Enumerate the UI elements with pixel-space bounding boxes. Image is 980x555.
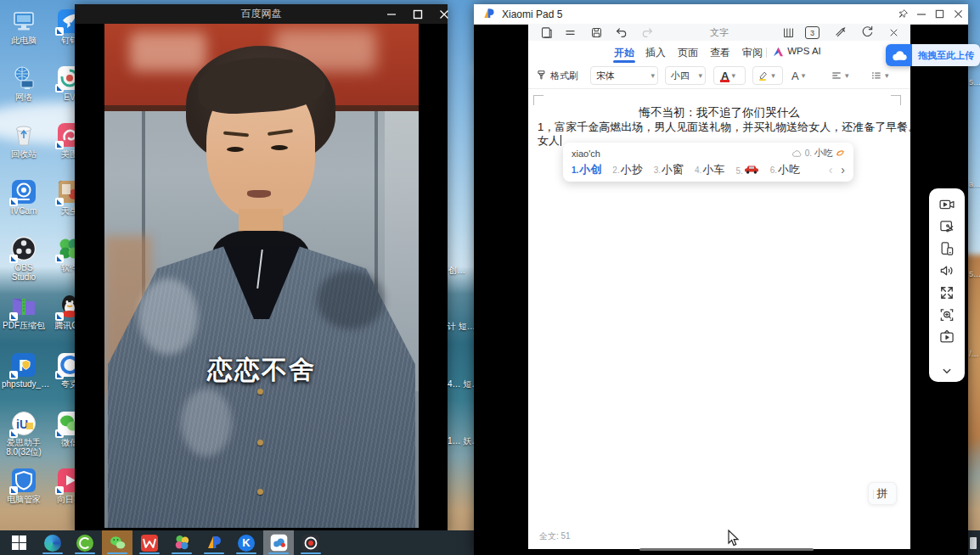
- tab-wps-ai[interactable]: WPS AI: [787, 46, 821, 56]
- phpstudy-icon: P: [11, 352, 37, 378]
- pin-button[interactable]: [894, 4, 911, 24]
- fullscreen-icon[interactable]: [937, 282, 957, 304]
- document-title[interactable]: 悔不当初：我不追了你们哭什么: [528, 105, 910, 121]
- taskbar-360-browser[interactable]: [70, 530, 100, 555]
- close-button[interactable]: [949, 4, 966, 24]
- taskbar-screen-cast-p[interactable]: [199, 530, 229, 555]
- tab-review[interactable]: 审阅: [742, 46, 763, 60]
- shortcut-arrow-icon: [55, 255, 64, 263]
- shortcut-arrow-icon: [55, 371, 64, 379]
- screen-record-icon[interactable]: [937, 193, 957, 216]
- ime-candidate-1[interactable]: 1.小创: [572, 162, 601, 177]
- sign-text-blur: [130, 32, 206, 71]
- taskbar-clipped-icon[interactable]: [970, 537, 977, 549]
- clipped-desktop-label: 5…: [969, 270, 980, 278]
- ime-candidate-popup: xiao'ch 0. 小吃 1.小创 2.小抄 3.小窗 4.小车 5. 6.小…: [563, 143, 853, 182]
- clipped-desktop-label: 计 短…: [448, 321, 476, 333]
- zoom-in-icon[interactable]: [937, 304, 957, 326]
- tab-insert[interactable]: 插入: [645, 46, 666, 60]
- shortcut-arrow-icon: [55, 27, 64, 36]
- taskbar-wps-office[interactable]: [134, 530, 165, 555]
- close-doc-icon[interactable]: [886, 25, 901, 40]
- tab-page[interactable]: 页面: [678, 46, 698, 60]
- drag-upload-widget[interactable]: 拖拽至此上传: [886, 44, 980, 66]
- word-count: 全文: 51: [539, 530, 571, 542]
- desktop-icon-pc-manager[interactable]: 电脑管家: [2, 468, 46, 504]
- taskbar-clover-app[interactable]: [166, 530, 197, 555]
- highlight-color-button[interactable]: ▾: [752, 66, 783, 85]
- taskbar-baidu-netdisk[interactable]: [263, 530, 294, 555]
- tab-view[interactable]: 查看: [710, 46, 730, 60]
- screenshot-cut-icon[interactable]: [937, 216, 957, 238]
- desktop-icon-zip[interactable]: PDF压缩包: [2, 294, 46, 330]
- maximize-button[interactable]: [931, 4, 948, 24]
- taskbar-edge-browser[interactable]: [37, 530, 68, 555]
- font-size-select[interactable]: 小四 ▾: [665, 66, 706, 85]
- align-button[interactable]: ▾: [831, 66, 852, 85]
- chevron-down-icon: ▾: [885, 71, 889, 80]
- desktop-icon-aisi[interactable]: iU 爱思助手 8.0(32位): [2, 411, 46, 457]
- taskbar-start-button[interactable]: [3, 530, 34, 555]
- ime-candidate-4[interactable]: 4.小车: [695, 162, 724, 177]
- video-content[interactable]: 恋恋不舍: [104, 24, 419, 528]
- page-number-badge[interactable]: 3: [805, 26, 819, 39]
- pad-window-titlebar[interactable]: Xiaomi Pad 5: [474, 4, 968, 25]
- desktop-icon-obs[interactable]: OBS Studio: [2, 236, 46, 282]
- redo-icon[interactable]: [639, 25, 655, 40]
- edit-pen-icon[interactable]: [833, 25, 848, 40]
- video-window-titlebar[interactable]: 百度网盘: [75, 4, 448, 24]
- minimize-button[interactable]: [913, 4, 930, 24]
- ime-composition: xiao'ch: [572, 149, 600, 159]
- volume-icon[interactable]: [937, 260, 957, 282]
- collapse-toolbar-icon[interactable]: [937, 360, 957, 382]
- taskbar-screen-recorder[interactable]: [296, 530, 326, 555]
- save-icon[interactable]: [589, 25, 604, 40]
- ime-candidate-5[interactable]: 5.: [735, 164, 758, 177]
- text-effects-button[interactable]: A ▾: [791, 66, 808, 85]
- ime-prev-page-button[interactable]: ‹: [829, 163, 833, 177]
- page-margin-mark: [891, 95, 901, 105]
- ribbon-tabs: 开始 插入 页面 查看 审阅 WPS AI: [528, 41, 910, 63]
- ime-candidate-6[interactable]: 6.小吃: [770, 162, 800, 177]
- ime-candidate-3[interactable]: 3.小窗: [654, 162, 684, 177]
- ime-candidate-2[interactable]: 2.小抄: [612, 162, 642, 177]
- file-icon[interactable]: [538, 25, 554, 40]
- desktop-icon-label: 电脑管家: [2, 495, 46, 504]
- taskbar-wechat[interactable]: [102, 530, 132, 555]
- running-indicator: [204, 552, 224, 554]
- desktop-icon-this-pc[interactable]: 此电脑: [2, 8, 46, 45]
- minimize-button[interactable]: [379, 4, 404, 24]
- maximize-button[interactable]: [405, 4, 431, 24]
- share-icon[interactable]: [860, 25, 876, 40]
- close-button[interactable]: [431, 4, 457, 24]
- edge-icon: [44, 535, 61, 552]
- menu-icon[interactable]: [562, 25, 577, 40]
- multi-window-icon[interactable]: [937, 238, 957, 260]
- desktop-icon-network[interactable]: 网络: [2, 65, 46, 102]
- desktop-icon-ivcam[interactable]: IVCam: [2, 179, 46, 216]
- format-painter-button[interactable]: 格式刷: [536, 66, 578, 85]
- font-name-select[interactable]: 宋体 ▾: [590, 66, 658, 85]
- cloud-candidate-word[interactable]: 小吃: [814, 147, 833, 160]
- document-line[interactable]: 女人: [538, 133, 561, 149]
- list-button[interactable]: ▾: [870, 66, 892, 85]
- shortcut-arrow-icon: [55, 141, 64, 149]
- font-color-button[interactable]: A ▾: [713, 66, 746, 85]
- view-mode-icon[interactable]: [780, 25, 796, 40]
- cloud-candidate-index: 0.: [805, 149, 812, 158]
- desktop-icon-recycle-bin[interactable]: 回收站: [2, 122, 46, 159]
- clover-icon: [173, 534, 191, 552]
- person-eye: [271, 145, 288, 150]
- document-line[interactable]: 1，富家千金高燃出场，男人见面送礼物，并买礼物送给女人，还准备了早餐。: [538, 120, 903, 135]
- desktop-icon-phpstudy[interactable]: P phpstudy_…: [2, 352, 46, 389]
- chevron-down-icon: ▾: [731, 71, 735, 80]
- ime-mode-badge[interactable]: 拼: [868, 482, 897, 505]
- badge-divider: [873, 490, 874, 499]
- home-indicator[interactable]: [639, 548, 814, 551]
- 360-browser-icon: [76, 535, 93, 552]
- undo-icon[interactable]: [614, 25, 629, 40]
- taskbar-k-app[interactable]: K: [231, 530, 262, 555]
- cast-tv-icon[interactable]: [937, 326, 957, 348]
- tab-home[interactable]: 开始: [614, 46, 634, 60]
- ime-next-page-button[interactable]: ›: [841, 163, 845, 177]
